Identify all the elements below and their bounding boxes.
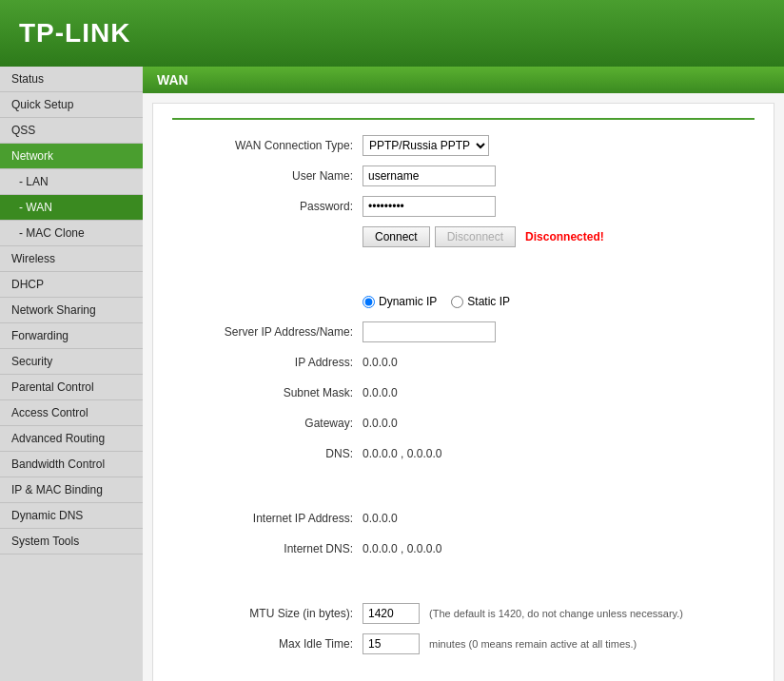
dynamic-ip-item: Dynamic IP (363, 295, 437, 308)
disconnected-status: Disconnected! (525, 230, 604, 243)
user-name-input[interactable] (363, 165, 496, 186)
ip-type-radio-group: Dynamic IP Static IP (363, 295, 510, 308)
server-ip-input[interactable] (363, 321, 496, 342)
sidebar-item-forwarding[interactable]: Forwarding (0, 323, 143, 349)
subnet-mask-row: Subnet Mask: 0.0.0.0 (172, 381, 755, 404)
ip-address-control: 0.0.0.0 (363, 356, 398, 369)
sidebar-item-qss[interactable]: QSS (0, 118, 143, 144)
internet-ip-control: 0.0.0.0 (363, 512, 398, 525)
server-ip-control (363, 321, 496, 342)
gateway-label: Gateway: (172, 417, 363, 430)
server-ip-label: Server IP Address/Name: (172, 325, 363, 339)
dynamic-ip-label: Dynamic IP (379, 295, 437, 308)
dns-value: 0.0.0.0 , 0.0.0.0 (363, 447, 441, 460)
internet-dns-label: Internet DNS: (172, 542, 363, 555)
wan-connection-type-label: WAN Connection Type: (172, 139, 363, 152)
sidebar-item-system-tools[interactable]: System Tools (0, 529, 143, 555)
sidebar-item-mac-clone[interactable]: - MAC Clone (0, 221, 143, 246)
main-content: WAN WAN Connection Type: PPTP/Russia PPT… (143, 67, 784, 681)
page-title: WAN (143, 67, 784, 93)
spacer-4 (172, 663, 755, 681)
mtu-label: MTU Size (in bytes): (172, 607, 363, 620)
dns-control: 0.0.0.0 , 0.0.0.0 (363, 447, 441, 460)
internet-dns-control: 0.0.0.0 , 0.0.0.0 (363, 542, 441, 555)
sidebar-item-lan[interactable]: - LAN (0, 169, 143, 195)
sidebar-item-wireless[interactable]: Wireless (0, 246, 143, 272)
top-divider (172, 118, 755, 120)
connect-row: Connect Disconnect Disconnected! (172, 225, 755, 248)
sidebar-item-access-control[interactable]: Access Control (0, 400, 143, 426)
mtu-input[interactable] (363, 603, 420, 624)
sidebar-item-dhcp[interactable]: DHCP (0, 272, 143, 298)
ip-address-label: IP Address: (172, 356, 363, 369)
sidebar-item-dynamic-dns[interactable]: Dynamic DNS (0, 503, 143, 529)
wan-form: WAN Connection Type: PPTP/Russia PPTP Dy… (152, 103, 774, 681)
internet-dns-value: 0.0.0.0 , 0.0.0.0 (363, 542, 441, 555)
sidebar-item-network[interactable]: Network (0, 144, 143, 169)
layout: Status Quick Setup QSS Network - LAN - W… (0, 67, 784, 681)
header: TP-LINK (0, 0, 784, 67)
connect-control: Connect Disconnect Disconnected! (363, 226, 604, 247)
subnet-mask-label: Subnet Mask: (172, 386, 363, 399)
max-idle-label: Max Idle Time: (172, 637, 363, 651)
ip-type-control: Dynamic IP Static IP (363, 295, 510, 308)
password-input[interactable] (363, 196, 496, 217)
static-ip-label: Static IP (467, 295, 510, 308)
internet-ip-row: Internet IP Address: 0.0.0.0 (172, 507, 755, 530)
internet-ip-label: Internet IP Address: (172, 512, 363, 525)
wan-connection-type-row: WAN Connection Type: PPTP/Russia PPTP Dy… (172, 134, 755, 157)
server-ip-row: Server IP Address/Name: (172, 321, 755, 343)
sidebar: Status Quick Setup QSS Network - LAN - W… (0, 67, 143, 681)
static-ip-radio[interactable] (451, 296, 463, 308)
sidebar-item-status[interactable]: Status (0, 67, 143, 92)
password-control (363, 196, 496, 217)
wan-connection-type-control: PPTP/Russia PPTP Dynamic IP Static IP PP… (363, 135, 489, 156)
password-row: Password: (172, 195, 755, 218)
ip-address-row: IP Address: 0.0.0.0 (172, 351, 755, 374)
mtu-hint: (The default is 1420, do not change unle… (429, 608, 683, 619)
connect-button[interactable]: Connect (363, 226, 430, 247)
max-idle-control: minutes (0 means remain active at all ti… (363, 633, 637, 654)
internet-dns-row: Internet DNS: 0.0.0.0 , 0.0.0.0 (172, 537, 755, 560)
mtu-row: MTU Size (in bytes): (The default is 142… (172, 602, 755, 625)
subnet-mask-value: 0.0.0.0 (363, 386, 398, 399)
static-ip-item: Static IP (451, 295, 510, 308)
sidebar-item-parental-control[interactable]: Parental Control (0, 375, 143, 400)
dynamic-ip-radio[interactable] (363, 296, 375, 308)
password-label: Password: (172, 200, 363, 213)
spacer-1 (172, 256, 755, 279)
sidebar-item-ip-mac-binding[interactable]: IP & MAC Binding (0, 477, 143, 503)
dns-label: DNS: (172, 447, 363, 460)
ip-address-value: 0.0.0.0 (363, 356, 398, 369)
gateway-row: Gateway: 0.0.0.0 (172, 412, 755, 435)
logo: TP-LINK (19, 18, 130, 49)
spacer-2 (172, 473, 755, 496)
dns-row: DNS: 0.0.0.0 , 0.0.0.0 (172, 442, 755, 465)
sidebar-item-advanced-routing[interactable]: Advanced Routing (0, 426, 143, 452)
wan-connection-type-select[interactable]: PPTP/Russia PPTP Dynamic IP Static IP PP… (363, 135, 489, 156)
max-idle-input[interactable] (363, 633, 420, 654)
user-name-row: User Name: (172, 165, 755, 187)
gateway-value: 0.0.0.0 (363, 417, 398, 430)
sidebar-item-wan[interactable]: - WAN (0, 195, 143, 221)
user-name-control (363, 165, 496, 186)
disconnect-button[interactable]: Disconnect (435, 226, 516, 247)
internet-ip-value: 0.0.0.0 (363, 512, 398, 525)
gateway-control: 0.0.0.0 (363, 417, 398, 430)
sidebar-item-network-sharing[interactable]: Network Sharing (0, 298, 143, 323)
user-name-label: User Name: (172, 169, 363, 183)
sidebar-item-quick-setup[interactable]: Quick Setup (0, 92, 143, 118)
subnet-mask-control: 0.0.0.0 (363, 386, 398, 399)
sidebar-item-bandwidth-control[interactable]: Bandwidth Control (0, 452, 143, 477)
sidebar-item-security[interactable]: Security (0, 349, 143, 375)
spacer-3 (172, 568, 755, 591)
mtu-control: (The default is 1420, do not change unle… (363, 603, 683, 624)
ip-type-row: Dynamic IP Static IP (172, 290, 755, 313)
max-idle-row: Max Idle Time: minutes (0 means remain a… (172, 632, 755, 655)
max-idle-hint: minutes (0 means remain active at all ti… (429, 638, 637, 650)
